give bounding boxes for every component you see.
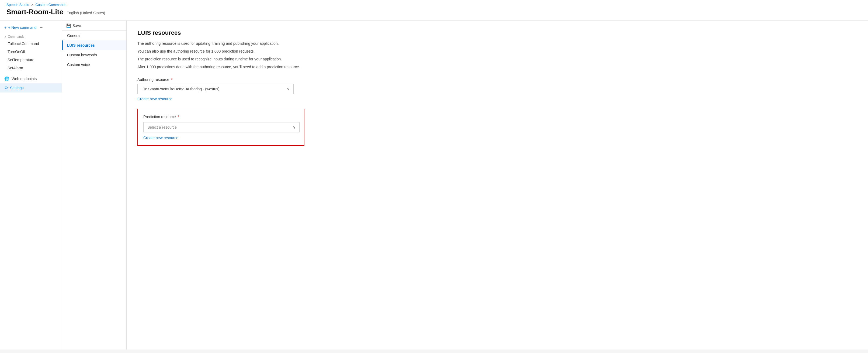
content-title: LUIS resources [137,29,857,36]
save-label: Save [72,24,81,28]
chevron-down-icon: ∧ [4,35,6,38]
new-command-button[interactable]: + + New command [4,25,37,30]
desc-1: The authoring resource is used for updat… [137,41,857,47]
authoring-resource-value: E0: SmartRoomLiteDemo-Authoring - (westu… [142,87,219,91]
breadcrumb-parent[interactable]: Speech Studio [6,3,29,7]
sidebar-item-setalarm[interactable]: SetAlarm [0,64,62,72]
prediction-resource-box: Prediction resource * Select a resource … [137,109,304,146]
luis-resources-label: LUIS resources [67,43,95,48]
breadcrumb-separator: > [31,3,33,7]
prediction-resource-dropdown[interactable]: Select a resource ∨ [143,122,300,133]
authoring-required-star: * [171,78,173,82]
commands-label: Commands [8,35,24,38]
main-content: LUIS resources The authoring resource is… [127,21,868,350]
plus-icon: + [4,25,6,30]
custom-keywords-label: Custom keywords [67,53,97,57]
sidebar-item-web-endpoints[interactable]: 🌐 Web endpoints [0,74,62,83]
chevron-down-icon: ∨ [293,125,296,129]
center-panel: 💾 Save General LUIS resources Custom key… [62,21,127,350]
web-endpoints-label: Web endpoints [11,77,37,81]
nav-item-custom-voice[interactable]: Custom voice [62,60,126,69]
nav-item-custom-keywords[interactable]: Custom keywords [62,50,126,60]
sidebar-item-fallback[interactable]: FallbackCommand [0,40,62,48]
setalarm-label: SetAlarm [7,66,23,70]
sidebar-item-turnonoff[interactable]: TurnOnOff [0,48,62,56]
sidebar-item-settemperature[interactable]: SetTemperature [0,56,62,64]
page-subtitle: English (United States) [66,11,105,15]
save-button[interactable]: 💾 Save [66,24,81,28]
globe-icon: 🌐 [4,76,9,81]
breadcrumb: Speech Studio > Custom Commands [6,3,862,7]
sidebar-item-settings[interactable]: ⚙ Settings [0,83,62,92]
desc-4: After 1,000 predictions done with the au… [137,64,857,70]
nav-item-luis-resources[interactable]: LUIS resources [62,40,126,50]
desc-3: The prediction resource is used to recog… [137,56,857,62]
new-command-label: + New command [8,25,36,30]
prediction-resource-label: Prediction resource * [143,115,299,119]
desc-2: You can also use the authoring resource … [137,49,857,54]
sidebar: + + New command ··· ∧ Commands FallbackC… [0,21,62,350]
turnonoff-label: TurnOnOff [7,50,25,54]
authoring-resource-dropdown[interactable]: E0: SmartRoomLiteDemo-Authoring - (westu… [137,84,293,94]
general-label: General [67,33,81,38]
save-icon: 💾 [66,24,71,28]
header-bar: Speech Studio > Custom Commands Smart-Ro… [0,0,868,21]
prediction-resource-placeholder: Select a resource [147,125,177,129]
custom-voice-label: Custom voice [67,63,90,67]
breadcrumb-current[interactable]: Custom Commands [35,3,66,7]
fallback-label: FallbackCommand [7,41,39,46]
main-layout: + + New command ··· ∧ Commands FallbackC… [0,21,868,350]
chevron-down-icon: ∨ [287,87,289,91]
settemperature-label: SetTemperature [7,58,34,62]
description-block: The authoring resource is used for updat… [137,41,857,70]
page-title: Smart-Room-Lite [6,8,63,16]
sidebar-toolbar: + + New command ··· [0,23,62,33]
more-options-button[interactable]: ··· [40,25,43,30]
page-title-row: Smart-Room-Lite English (United States) [6,7,862,19]
gear-icon: ⚙ [4,86,8,90]
center-toolbar: 💾 Save [62,21,126,31]
authoring-resource-section: Authoring resource * E0: SmartRoomLiteDe… [137,78,857,101]
authoring-resource-label: Authoring resource * [137,78,857,82]
authoring-create-link[interactable]: Create new resource [137,97,173,101]
prediction-required-star: * [178,115,179,119]
commands-section: ∧ Commands [0,33,62,40]
nav-item-general[interactable]: General [62,31,126,40]
prediction-create-link[interactable]: Create new resource [143,136,178,140]
settings-label: Settings [10,86,24,90]
